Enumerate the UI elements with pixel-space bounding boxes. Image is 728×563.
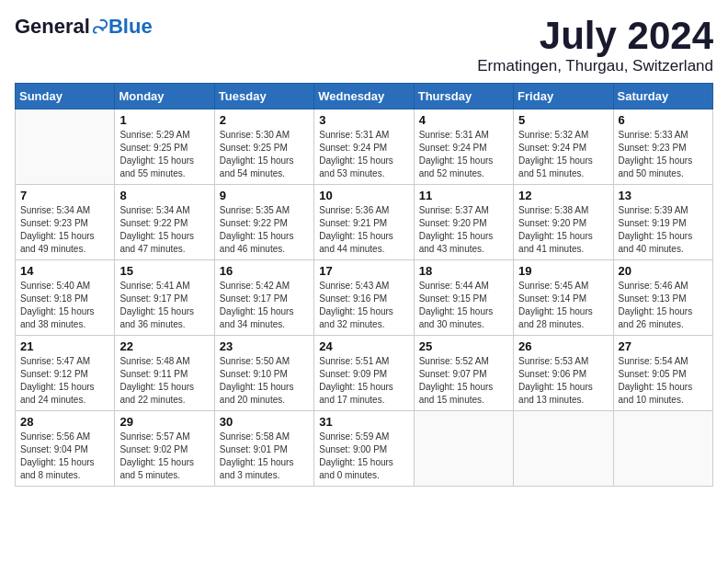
day-number: 26 <box>518 339 608 353</box>
logo-blue-text: Blue <box>108 15 153 39</box>
calendar-cell: 27Sunrise: 5:54 AMSunset: 9:05 PMDayligh… <box>613 336 712 411</box>
calendar-cell: 10Sunrise: 5:36 AMSunset: 9:21 PMDayligh… <box>314 185 414 260</box>
calendar-cell: 30Sunrise: 5:58 AMSunset: 9:01 PMDayligh… <box>214 411 313 487</box>
calendar-cell: 29Sunrise: 5:57 AMSunset: 9:02 PMDayligh… <box>115 411 214 487</box>
calendar-cell: 14Sunrise: 5:40 AMSunset: 9:18 PMDayligh… <box>16 260 115 336</box>
calendar-cell <box>414 411 513 487</box>
calendar-cell: 4Sunrise: 5:31 AMSunset: 9:24 PMDaylight… <box>414 109 513 185</box>
calendar-cell: 2Sunrise: 5:30 AMSunset: 9:25 PMDaylight… <box>214 109 313 185</box>
day-number: 27 <box>619 339 708 353</box>
calendar-cell: 9Sunrise: 5:35 AMSunset: 9:22 PMDaylight… <box>214 185 313 260</box>
day-number: 14 <box>20 264 109 278</box>
cell-details: Sunrise: 5:36 AMSunset: 9:21 PMDaylight:… <box>319 204 408 256</box>
day-number: 25 <box>419 339 508 353</box>
calendar-cell: 11Sunrise: 5:37 AMSunset: 9:20 PMDayligh… <box>414 185 513 260</box>
calendar-cell: 8Sunrise: 5:34 AMSunset: 9:22 PMDaylight… <box>115 185 214 260</box>
calendar-cell: 24Sunrise: 5:51 AMSunset: 9:09 PMDayligh… <box>314 336 414 411</box>
cell-details: Sunrise: 5:33 AMSunset: 9:23 PMDaylight:… <box>619 129 708 180</box>
week-row-3: 14Sunrise: 5:40 AMSunset: 9:18 PMDayligh… <box>16 260 713 336</box>
calendar-header-friday: Friday <box>514 84 613 109</box>
calendar-cell: 22Sunrise: 5:48 AMSunset: 9:11 PMDayligh… <box>115 336 214 411</box>
calendar-cell: 25Sunrise: 5:52 AMSunset: 9:07 PMDayligh… <box>414 336 513 411</box>
cell-details: Sunrise: 5:41 AMSunset: 9:17 PMDaylight:… <box>119 280 209 331</box>
cell-details: Sunrise: 5:39 AMSunset: 9:19 PMDaylight:… <box>619 204 708 256</box>
calendar-cell: 21Sunrise: 5:47 AMSunset: 9:12 PMDayligh… <box>16 336 115 411</box>
cell-details: Sunrise: 5:53 AMSunset: 9:06 PMDaylight:… <box>518 355 608 407</box>
cell-details: Sunrise: 5:29 AMSunset: 9:25 PMDaylight:… <box>119 129 209 180</box>
calendar-cell: 1Sunrise: 5:29 AMSunset: 9:25 PMDaylight… <box>115 109 214 185</box>
calendar-cell: 13Sunrise: 5:39 AMSunset: 9:19 PMDayligh… <box>613 185 712 260</box>
calendar-cell: 31Sunrise: 5:59 AMSunset: 9:00 PMDayligh… <box>314 411 414 487</box>
day-number: 6 <box>619 113 708 127</box>
cell-details: Sunrise: 5:31 AMSunset: 9:24 PMDaylight:… <box>419 129 508 180</box>
day-number: 8 <box>119 189 209 202</box>
day-number: 11 <box>419 189 508 202</box>
calendar-cell: 3Sunrise: 5:31 AMSunset: 9:24 PMDaylight… <box>314 109 414 185</box>
calendar-header-sunday: Sunday <box>16 84 115 109</box>
cell-details: Sunrise: 5:57 AMSunset: 9:02 PMDaylight:… <box>119 431 209 482</box>
calendar-cell <box>16 109 115 185</box>
day-number: 22 <box>119 339 209 353</box>
calendar-header-row: SundayMondayTuesdayWednesdayThursdayFrid… <box>16 84 713 109</box>
day-number: 17 <box>319 264 408 278</box>
cell-details: Sunrise: 5:45 AMSunset: 9:14 PMDaylight:… <box>518 280 608 331</box>
title-section: July 2024 Ermatingen, Thurgau, Switzerla… <box>477 15 713 75</box>
cell-details: Sunrise: 5:40 AMSunset: 9:18 PMDaylight:… <box>20 280 109 331</box>
day-number: 2 <box>220 113 309 127</box>
calendar-cell: 15Sunrise: 5:41 AMSunset: 9:17 PMDayligh… <box>115 260 214 336</box>
calendar-cell: 17Sunrise: 5:43 AMSunset: 9:16 PMDayligh… <box>314 260 414 336</box>
location-subtitle: Ermatingen, Thurgau, Switzerland <box>477 57 713 75</box>
calendar-cell: 28Sunrise: 5:56 AMSunset: 9:04 PMDayligh… <box>16 411 115 487</box>
cell-details: Sunrise: 5:47 AMSunset: 9:12 PMDaylight:… <box>20 355 109 407</box>
cell-details: Sunrise: 5:51 AMSunset: 9:09 PMDaylight:… <box>319 355 408 407</box>
cell-details: Sunrise: 5:56 AMSunset: 9:04 PMDaylight:… <box>20 431 109 482</box>
calendar-header-saturday: Saturday <box>613 84 712 109</box>
calendar-cell: 19Sunrise: 5:45 AMSunset: 9:14 PMDayligh… <box>514 260 613 336</box>
calendar-cell: 16Sunrise: 5:42 AMSunset: 9:17 PMDayligh… <box>214 260 313 336</box>
day-number: 13 <box>619 189 708 202</box>
day-number: 28 <box>20 415 109 429</box>
calendar-cell: 5Sunrise: 5:32 AMSunset: 9:24 PMDaylight… <box>514 109 613 185</box>
day-number: 30 <box>220 415 309 429</box>
cell-details: Sunrise: 5:59 AMSunset: 9:00 PMDaylight:… <box>319 431 408 482</box>
day-number: 24 <box>319 339 408 353</box>
logo-bird-icon <box>92 18 108 35</box>
cell-details: Sunrise: 5:58 AMSunset: 9:01 PMDaylight:… <box>220 431 309 482</box>
cell-details: Sunrise: 5:43 AMSunset: 9:16 PMDaylight:… <box>319 280 408 331</box>
calendar-header-tuesday: Tuesday <box>214 84 313 109</box>
day-number: 9 <box>220 189 309 202</box>
day-number: 29 <box>119 415 209 429</box>
day-number: 23 <box>220 339 309 353</box>
calendar-table: SundayMondayTuesdayWednesdayThursdayFrid… <box>15 83 713 487</box>
week-row-1: 1Sunrise: 5:29 AMSunset: 9:25 PMDaylight… <box>16 109 713 185</box>
month-year-title: July 2024 <box>477 15 713 57</box>
cell-details: Sunrise: 5:38 AMSunset: 9:20 PMDaylight:… <box>518 204 608 256</box>
day-number: 12 <box>518 189 608 202</box>
calendar-cell: 23Sunrise: 5:50 AMSunset: 9:10 PMDayligh… <box>214 336 313 411</box>
day-number: 7 <box>20 189 109 202</box>
day-number: 10 <box>319 189 408 202</box>
day-number: 3 <box>319 113 408 127</box>
cell-details: Sunrise: 5:54 AMSunset: 9:05 PMDaylight:… <box>619 355 708 407</box>
calendar-header-wednesday: Wednesday <box>314 84 414 109</box>
header: General Blue July 2024 Ermatingen, Thurg… <box>15 15 713 75</box>
calendar-cell: 18Sunrise: 5:44 AMSunset: 9:15 PMDayligh… <box>414 260 513 336</box>
calendar-header-thursday: Thursday <box>414 84 513 109</box>
cell-details: Sunrise: 5:30 AMSunset: 9:25 PMDaylight:… <box>220 129 309 180</box>
logo: General Blue <box>15 15 153 39</box>
cell-details: Sunrise: 5:35 AMSunset: 9:22 PMDaylight:… <box>220 204 309 256</box>
calendar-cell: 12Sunrise: 5:38 AMSunset: 9:20 PMDayligh… <box>514 185 613 260</box>
cell-details: Sunrise: 5:42 AMSunset: 9:17 PMDaylight:… <box>220 280 309 331</box>
day-number: 21 <box>20 339 109 353</box>
cell-details: Sunrise: 5:34 AMSunset: 9:23 PMDaylight:… <box>20 204 109 256</box>
day-number: 18 <box>419 264 508 278</box>
cell-details: Sunrise: 5:37 AMSunset: 9:20 PMDaylight:… <box>419 204 508 256</box>
day-number: 15 <box>119 264 209 278</box>
calendar-cell: 7Sunrise: 5:34 AMSunset: 9:23 PMDaylight… <box>16 185 115 260</box>
calendar-cell <box>613 411 712 487</box>
cell-details: Sunrise: 5:32 AMSunset: 9:24 PMDaylight:… <box>518 129 608 180</box>
calendar-cell: 20Sunrise: 5:46 AMSunset: 9:13 PMDayligh… <box>613 260 712 336</box>
week-row-5: 28Sunrise: 5:56 AMSunset: 9:04 PMDayligh… <box>16 411 713 487</box>
calendar-cell: 6Sunrise: 5:33 AMSunset: 9:23 PMDaylight… <box>613 109 712 185</box>
day-number: 1 <box>119 113 209 127</box>
